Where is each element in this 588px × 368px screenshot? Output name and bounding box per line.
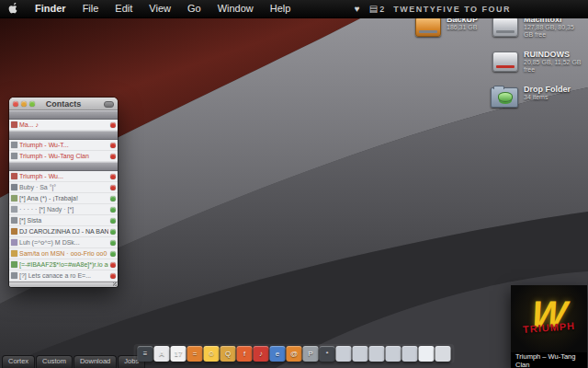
window-title: Contacts	[9, 99, 118, 109]
contact-row[interactable]: DJ CAROLZINHA DJ - NA BAND...AD...	[9, 226, 118, 237]
contact-row[interactable]: Triumph - Wu...	[9, 171, 118, 182]
menu-window[interactable]: Window	[209, 0, 262, 17]
contact-row[interactable]: [?] Lets canace a ro E=...	[9, 270, 118, 282]
downloads-menu-item[interactable]: ▤ 2	[369, 4, 384, 14]
downloads-icon: ▤	[369, 4, 378, 14]
external-drive-icon	[415, 17, 441, 37]
contact-group-header[interactable]	[9, 162, 118, 171]
resize-handle[interactable]	[113, 282, 117, 286]
contact-row[interactable]: [*] Sista	[9, 215, 118, 226]
contact-row[interactable]: [*] Ana (*) - ¡Trabaja!	[9, 193, 118, 204]
dock-icon-quicksilver[interactable]: Q	[220, 346, 236, 362]
contacts-window: Contacts Ma... ♪ Triumph - Wu-T... Trium…	[9, 98, 118, 287]
dock-icon-calculator[interactable]: =	[187, 346, 203, 362]
menu-go[interactable]: Go	[179, 0, 209, 17]
status-dot	[110, 240, 116, 246]
volume-detail: 34 items	[524, 94, 571, 101]
volume-detail: 20,85 GB, 11,52 GB free	[524, 59, 584, 74]
dock-icon-preview[interactable]: P	[303, 346, 319, 362]
contact-avatar	[11, 206, 17, 213]
dock-icon-chat[interactable]: ☺	[204, 346, 220, 362]
dock-icon-music[interactable]: ♪	[254, 346, 269, 362]
contact-row[interactable]: Sam/ta on MSN · ooo-Frio oo0	[9, 248, 118, 259]
contact-name: [*] Sista	[19, 217, 108, 224]
desktop: Finder File Edit View Go Window Help ♥ ▤…	[0, 0, 588, 368]
contact-name: Triumph - Wu...	[19, 173, 108, 180]
menu-file[interactable]: File	[74, 0, 107, 17]
status-dot	[110, 218, 116, 224]
shelf-tab-custom[interactable]: Custom	[36, 355, 73, 368]
status-dot	[110, 229, 116, 235]
dock-icon-contacts[interactable]: @	[287, 346, 302, 362]
volume-name: RUINDOWS	[524, 50, 584, 59]
windows-drive-icon	[492, 52, 518, 72]
volume-detail: 186,31 GB	[447, 24, 478, 31]
internal-drive-icon	[492, 17, 518, 37]
dock-icon-trash[interactable]	[435, 346, 451, 362]
dock-icon-folder-3[interactable]	[369, 346, 385, 362]
contact-name: Triumph - Wu-Tang Clan	[19, 153, 108, 160]
now-playing-widget[interactable]: W TRIUMPH Triumph – Wu-Tang Clan	[511, 285, 587, 368]
dock-icon-utilities[interactable]: *	[320, 346, 335, 362]
contact-name: DJ CAROLZINHA DJ - NA BAND...AD...	[19, 228, 108, 236]
status-dot	[110, 174, 116, 179]
status-dot	[110, 185, 116, 190]
menu-view[interactable]: View	[141, 0, 179, 17]
dock-icon-folder-5[interactable]	[402, 346, 418, 362]
contact-avatar	[11, 173, 17, 179]
menu-finder[interactable]: Finder	[27, 0, 74, 17]
contact-row[interactable]: · · · · · [*] Nady · [*]	[9, 204, 118, 215]
contact-name: Luh (=^o^=) M DSk...	[19, 239, 108, 247]
dock-icon-calendar[interactable]: 17	[171, 346, 187, 362]
dock: ≡ A 17 = ☺ Q f ♪ e @ P *	[134, 344, 455, 363]
contact-name: Triumph - Wu-T...	[19, 142, 108, 149]
contact-avatar	[11, 195, 17, 201]
window-footer	[9, 282, 118, 287]
album-art: W TRIUMPH	[511, 285, 587, 352]
contact-group-header[interactable]	[9, 131, 118, 140]
shelf-tab-cortex[interactable]: Cortex	[2, 355, 35, 368]
apple-menu-icon[interactable]	[7, 3, 17, 15]
dock-icon-browser[interactable]: e	[270, 346, 286, 362]
dock-icon-system-monitor[interactable]: ≡	[138, 346, 153, 362]
contact-row[interactable]: Luh (=^o^=) M DSk...	[9, 237, 118, 248]
volume-ruindows[interactable]: RUINDOWS 20,85 GB, 11,52 GB free	[492, 50, 584, 74]
contact-name: [=-#IBAAF2$*!o=#wA8e]*)r.io ac...	[19, 261, 108, 269]
status-dot	[110, 143, 116, 148]
dock-icon-texteditor[interactable]: A	[154, 346, 170, 362]
dock-icon-media-player[interactable]: f	[237, 346, 253, 362]
contact-avatar	[11, 142, 17, 148]
drop-folder-icon	[491, 87, 518, 108]
heart-icon[interactable]: ♥	[355, 4, 360, 14]
toolbar-toggle-button[interactable]	[104, 101, 114, 108]
contact-avatar	[11, 239, 17, 246]
contact-row[interactable]: Triumph - Wu-Tang Clan	[9, 151, 118, 162]
contact-row[interactable]: Buby · Sa °|°	[9, 182, 118, 193]
status-dot	[110, 273, 116, 279]
menu-help[interactable]: Help	[262, 0, 300, 17]
status-dot	[110, 251, 116, 257]
downloads-badge: 2	[379, 5, 384, 14]
shelf-tab-download[interactable]: Download	[74, 355, 117, 368]
volume-drop-folder[interactable]: Drop Folder 34 items	[491, 85, 571, 108]
contact-row[interactable]: Ma... ♪	[9, 120, 118, 131]
dock-icon-folder-2[interactable]	[353, 346, 368, 362]
dock-icon-folder-4[interactable]	[386, 346, 401, 362]
contact-name: Buby · Sa °|°	[19, 184, 108, 191]
contact-name: [*] Ana (*) - ¡Trabaja!	[19, 195, 108, 202]
dock-icon-stack[interactable]	[419, 346, 435, 362]
status-dot	[110, 154, 116, 159]
contact-avatar	[11, 228, 17, 235]
contact-group-header[interactable]	[9, 110, 118, 120]
dock-icon-folder-1[interactable]	[336, 346, 352, 362]
now-playing-caption: Triumph – Wu-Tang Clan	[511, 352, 587, 368]
contact-row[interactable]: [=-#IBAAF2$*!o=#wA8e]*)r.io ac...	[9, 259, 118, 270]
menu-bar: Finder File Edit View Go Window Help ♥ ▤…	[0, 0, 588, 18]
menu-edit[interactable]: Edit	[107, 0, 141, 17]
fuzzy-clock[interactable]: TWENTYFIVE TO FOUR	[393, 5, 511, 14]
volume-name: Drop Folder	[524, 85, 571, 94]
contact-name: Sam/ta on MSN · ooo-Frio oo0	[19, 250, 108, 258]
window-titlebar[interactable]: Contacts	[9, 98, 118, 110]
contact-avatar	[11, 250, 17, 257]
contact-row[interactable]: Triumph - Wu-T...	[9, 140, 118, 151]
